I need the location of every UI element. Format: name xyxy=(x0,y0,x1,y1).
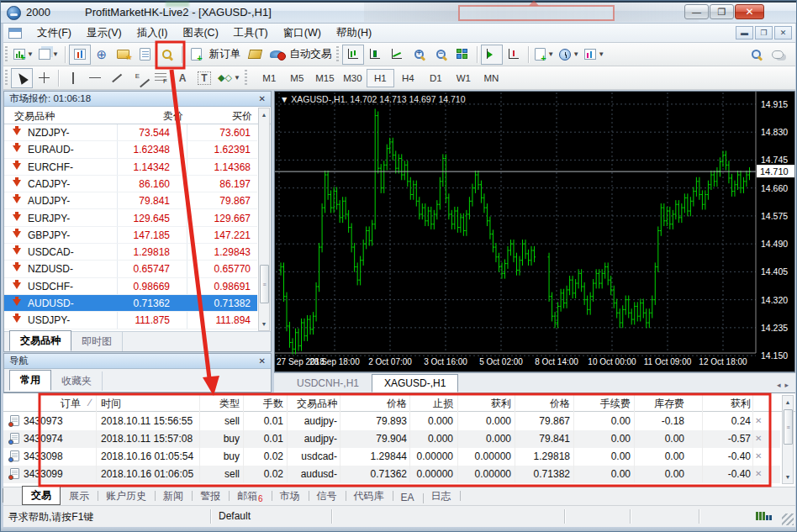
auto-scroll-button[interactable] xyxy=(481,45,503,65)
chart-tabs-right-icon[interactable]: ▸ xyxy=(784,381,789,389)
crosshair-tool-button[interactable] xyxy=(33,68,55,88)
terminal-tab-账户历史[interactable]: 账户历史 xyxy=(98,487,155,505)
chart-shift-button[interactable] xyxy=(503,45,525,65)
chart-window-icon[interactable] xyxy=(8,28,22,39)
column-symbol[interactable]: 交易品种 xyxy=(14,109,55,124)
resize-grip[interactable] xyxy=(782,514,794,525)
toolbar-grip[interactable] xyxy=(5,46,8,63)
indicators-button[interactable]: +▼ xyxy=(532,45,557,65)
terminal-tab-信号[interactable]: 信号 xyxy=(309,487,346,505)
terminal-tab-日志[interactable]: 日志 xyxy=(423,487,460,505)
trendline-tool-button[interactable] xyxy=(106,68,128,88)
terminal-tab-新闻[interactable]: 新闻 xyxy=(155,487,192,505)
timeframe-m15[interactable]: M15 xyxy=(311,69,339,87)
text-tool-button[interactable]: A xyxy=(172,68,193,88)
toolbar-grip[interactable] xyxy=(336,46,339,63)
scroll-down-icon[interactable]: ▼ xyxy=(783,471,793,483)
new-chart-button[interactable]: +▼ xyxy=(11,45,36,65)
column-bid[interactable]: 卖价 xyxy=(163,109,183,124)
zoom-out-button[interactable]: − xyxy=(430,45,451,65)
arrows-tool-button[interactable]: ◆◇▼ xyxy=(215,68,243,88)
market-watch-row[interactable]: EURJPY-129.645129.667 xyxy=(4,210,257,227)
market-watch-close-icon[interactable]: ✕ xyxy=(259,94,266,103)
orders-column-header[interactable]: 获利 xyxy=(702,397,751,411)
order-row[interactable]: 34330992018.10.16 01:06:05sell0.02audusd… xyxy=(3,466,780,483)
orders-column-header[interactable]: 手数 xyxy=(243,397,283,411)
timeframe-m30[interactable]: M30 xyxy=(339,69,367,87)
timeframe-mn[interactable]: MN xyxy=(478,69,505,87)
mdi-close-button[interactable]: ✕ xyxy=(774,26,792,40)
scrollbar-thumb[interactable]: ≡ xyxy=(784,409,793,445)
terminal-tab-代码库[interactable]: 代码库 xyxy=(346,487,393,505)
chart-tabs-left-icon[interactable]: ◂ xyxy=(777,381,781,389)
close-order-icon[interactable]: ✕ xyxy=(755,434,762,443)
tab-common[interactable]: 常用 xyxy=(9,370,51,391)
menu-item[interactable]: 图表(C) xyxy=(175,24,225,42)
market-watch-row[interactable]: USDCAD-1.298181.29843 xyxy=(4,244,257,261)
candlestick-mode-button[interactable] xyxy=(364,45,386,65)
market-watch-row[interactable]: EURAUD-1.623481.62391 xyxy=(4,141,257,158)
scrollbar-thumb[interactable]: ≡ xyxy=(260,265,269,303)
navigator-close-icon[interactable]: ✕ xyxy=(259,356,266,366)
periods-button[interactable]: ▼ xyxy=(557,45,582,65)
market-watch-row[interactable]: USDJPY-111.875111.894 xyxy=(4,312,257,329)
restore-button[interactable]: ❐ xyxy=(710,4,734,19)
tile-windows-button[interactable] xyxy=(451,45,473,65)
scroll-up-icon[interactable]: ▲ xyxy=(259,108,269,121)
orders-column-header[interactable]: 价格 xyxy=(515,397,570,411)
timeframe-h4[interactable]: H4 xyxy=(394,69,422,87)
terminal-tab-警报[interactable]: 警报 xyxy=(192,487,229,505)
close-order-icon[interactable]: ✕ xyxy=(755,469,762,478)
strategy-tester-button[interactable] xyxy=(156,45,178,65)
market-watch-row[interactable]: GBPJPY-147.185147.221 xyxy=(4,227,257,244)
market-watch-row[interactable]: USDCHF-0.986690.98691 xyxy=(4,278,257,295)
chat-button[interactable] xyxy=(767,45,789,65)
order-row[interactable]: 34330982018.10.16 01:05:54buy0.02usdcad-… xyxy=(3,448,780,466)
scroll-up-icon[interactable]: ▲ xyxy=(783,396,793,408)
orders-column-header[interactable]: 止损 xyxy=(409,397,453,411)
market-watch-row[interactable]: AUDUSD-0.713620.71382 xyxy=(4,295,257,312)
toolbar-grip[interactable] xyxy=(5,70,8,87)
market-watch-row[interactable]: NZDUSD-0.657470.65770 xyxy=(4,261,257,277)
minimize-button[interactable]: — xyxy=(684,4,709,19)
terminal-tab-展示[interactable]: 展示 xyxy=(61,487,98,505)
orders-column-header[interactable]: 时间 xyxy=(101,397,121,411)
metaeditor-button[interactable] xyxy=(244,45,266,65)
timeframe-w1[interactable]: W1 xyxy=(450,69,478,87)
order-row[interactable]: 34309742018.10.11 15:57:08buy0.01audjpy-… xyxy=(3,430,780,448)
orders-column-header[interactable]: 库存费 xyxy=(634,397,684,411)
scroll-down-icon[interactable]: ▼ xyxy=(259,318,269,330)
market-watch-row[interactable]: NZDJPY-73.54473.601 xyxy=(4,124,257,141)
close-order-icon[interactable]: ✕ xyxy=(755,451,762,461)
zoom-in-button[interactable]: + xyxy=(408,45,430,65)
price-chart[interactable]: 14.71014.91514.83014.74514.66014.57514.4… xyxy=(275,92,794,371)
orders-column-header[interactable]: 价格 xyxy=(340,397,407,411)
vertical-line-tool-button[interactable] xyxy=(62,68,84,88)
mdi-restore-button[interactable]: ❐ xyxy=(755,26,773,40)
bar-chart-mode-button[interactable] xyxy=(342,45,364,65)
autotrading-label[interactable]: 自动交易 xyxy=(288,47,335,61)
menu-item[interactable]: 窗口(W) xyxy=(276,24,329,42)
autotrading-button[interactable] xyxy=(266,45,288,65)
data-window-button[interactable]: ⊕ xyxy=(91,45,113,65)
orders-column-header[interactable]: 手续费 xyxy=(573,397,631,411)
orders-column-header[interactable]: 类型 xyxy=(199,397,240,411)
status-profile[interactable]: Default xyxy=(219,510,251,522)
terminal-tab-邮箱[interactable]: 邮箱6 xyxy=(229,487,272,505)
order-row[interactable]: 34309732018.10.11 15:56:55sell0.01audjpy… xyxy=(3,413,780,430)
market-watch-row[interactable]: CADJPY-86.16086.197 xyxy=(4,176,257,192)
horizontal-line-tool-button[interactable] xyxy=(84,68,106,88)
cursor-tool-button[interactable] xyxy=(11,68,33,88)
line-chart-mode-button[interactable] xyxy=(386,45,408,65)
tab-tick-chart[interactable]: 即时图 xyxy=(71,332,123,351)
timeframe-d1[interactable]: D1 xyxy=(422,69,450,87)
timeframe-m1[interactable]: M1 xyxy=(256,69,283,87)
tab-favorites[interactable]: 收藏夹 xyxy=(51,371,103,391)
text-label-tool-button[interactable]: T xyxy=(193,68,215,88)
chart-tab-xagusd[interactable]: XAGUSD-,H1 xyxy=(372,374,458,392)
orders-column-header[interactable]: 获利 xyxy=(457,397,511,411)
mdi-minimize-button[interactable]: ▬ xyxy=(736,26,753,40)
tab-symbols[interactable]: 交易品种 xyxy=(9,330,71,351)
new-order-button[interactable]: + xyxy=(186,45,208,65)
toolbar-grip[interactable] xyxy=(245,70,247,87)
